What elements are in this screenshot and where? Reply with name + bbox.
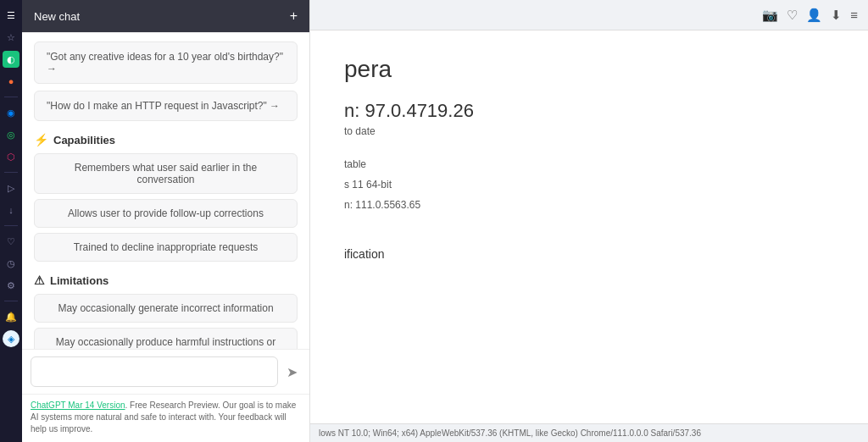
useragent-text: lows NT 10.0; Win64; x64) AppleWebKit/53… — [319, 428, 701, 438]
section-label: ification — [344, 247, 834, 261]
chatgpt-version-link[interactable]: ChatGPT Mar 14 Version — [31, 401, 125, 410]
browser-toolbar: 📷 ♡ 👤 ⬇ ≡ — [310, 0, 868, 30]
suggestion-2-text: "How do I make an HTTP request in Javasc… — [47, 100, 280, 112]
star-icon[interactable]: ☆ — [3, 29, 19, 46]
rail-divider-1 — [4, 97, 18, 97]
camera-icon[interactable]: 📷 — [762, 8, 778, 23]
detail-line2: s 11 64-bit — [344, 174, 834, 195]
detail-line3: n: 111.0.5563.65 — [344, 195, 834, 215]
chat-input[interactable] — [31, 356, 278, 387]
rail-divider-4 — [4, 301, 18, 301]
send-button[interactable]: ➤ — [283, 361, 301, 384]
chatgpt-panel: New chat + "Got any creative ideas for a… — [22, 0, 310, 442]
chatgpt-icon[interactable]: ◐ — [3, 51, 19, 68]
capability-item-1: Remembers what user said earlier in the … — [34, 153, 298, 194]
chat-header: New chat + — [22, 0, 309, 33]
chat-input-area: ➤ — [22, 349, 309, 394]
instagram-icon[interactable]: ⬡ — [3, 148, 19, 165]
opera-version: n: 97.0.4719.26 — [344, 100, 834, 122]
settings-icon[interactable]: ⚙ — [3, 277, 19, 294]
chat-title: New chat — [34, 10, 80, 23]
history-icon[interactable]: ◷ — [3, 255, 19, 272]
suggestion-1[interactable]: "Got any creative ideas for a 10 year ol… — [34, 41, 298, 84]
notification-icon[interactable]: 🔔 — [3, 308, 19, 325]
browser-content: pera n: 97.0.4719.26 to date table s 11 … — [310, 30, 868, 423]
capabilities-title: Capabilities — [53, 134, 115, 146]
icon-rail: ☰ ☆ ◐ ● ◉ ◎ ⬡ ▷ ↓ ♡ ◷ ⚙ 🔔 ◈ — [0, 0, 22, 442]
heart-icon[interactable]: ♡ — [3, 233, 19, 250]
account-icon[interactable]: 👤 — [806, 8, 822, 23]
capabilities-icon: ⚡ — [34, 133, 48, 146]
browser-footer: lows NT 10.0; Win64; x64) AppleWebKit/53… — [310, 423, 868, 442]
chat-plus-icon[interactable]: + — [290, 8, 298, 24]
download-toolbar-icon[interactable]: ⬇ — [831, 8, 842, 23]
opera-uptodate: to date — [344, 125, 834, 137]
limitation-item-2: May occasionally produce harmful instruc… — [34, 328, 298, 349]
chat-footer: ChatGPT Mar 14 Version. Free Research Pr… — [22, 394, 309, 442]
limitations-header: ⚠ Limitations — [34, 273, 298, 287]
emoji-icon[interactable]: ● — [3, 73, 19, 90]
rail-divider-2 — [4, 172, 18, 173]
whatsapp-icon[interactable]: ◎ — [3, 126, 19, 143]
opera-details: table s 11 64-bit n: 111.0.5563.65 — [344, 154, 834, 215]
chat-body: "Got any creative ideas for a 10 year ol… — [22, 33, 309, 349]
rail-divider-3 — [4, 225, 18, 226]
browser-area: 📷 ♡ 👤 ⬇ ≡ pera n: 97.0.4719.26 to date t… — [310, 0, 868, 442]
capability-item-2: Allows user to provide follow-up correct… — [34, 199, 298, 228]
limitations-icon: ⚠ — [34, 273, 45, 287]
download2-icon[interactable]: ↓ — [3, 202, 19, 218]
detail-line1: table — [344, 154, 834, 174]
chat-header-icons: + — [290, 8, 298, 24]
suggestion-2[interactable]: "How do I make an HTTP request in Javasc… — [34, 91, 298, 121]
capability-item-3: Trained to decline inappropriate request… — [34, 233, 298, 262]
menu-icon[interactable]: ☰ — [3, 7, 19, 24]
limitation-item-1: May occasionally generate incorrect info… — [34, 294, 298, 323]
hamburger-menu-icon[interactable]: ≡ — [850, 8, 858, 22]
suggestion-1-text: "Got any creative ideas for a 10 year ol… — [47, 51, 285, 75]
player-icon[interactable]: ▷ — [3, 180, 19, 196]
messenger-icon[interactable]: ◉ — [3, 104, 19, 121]
limitations-title: Limitations — [50, 274, 108, 287]
opera-title: pera — [344, 56, 834, 83]
favorite-icon[interactable]: ♡ — [787, 8, 798, 23]
capabilities-header: ⚡ Capabilities — [34, 133, 298, 146]
wallet-icon[interactable]: ◈ — [3, 330, 19, 347]
